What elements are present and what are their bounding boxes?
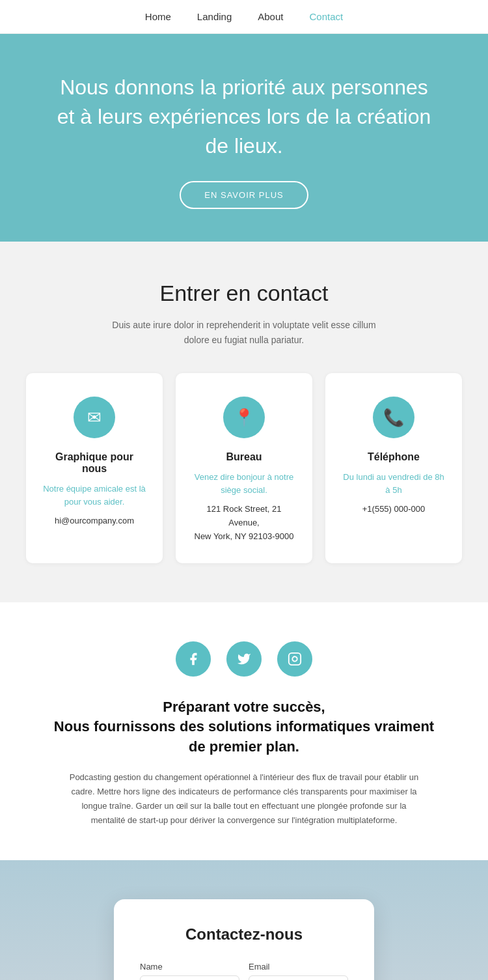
- nav-home[interactable]: Home: [145, 11, 171, 22]
- nav-contact[interactable]: Contact: [309, 11, 343, 22]
- social-heading: Préparant votre succès, Nous fournissons…: [52, 697, 436, 757]
- phone-icon: 📞: [373, 397, 414, 438]
- hero-section: Nous donnons la priorité aux personnes e…: [0, 34, 488, 242]
- card-office-title: Bureau: [191, 451, 297, 463]
- card-office-desc: Venez dire bonjour à notre siège social.: [191, 471, 297, 496]
- navigation: Home Landing About Contact: [0, 0, 488, 34]
- card-email: ✉ Graphique pour nous Notre équipe amica…: [26, 373, 163, 563]
- email-input[interactable]: [249, 975, 348, 980]
- card-office: 📍 Bureau Venez dire bonjour à notre sièg…: [176, 373, 312, 563]
- card-office-detail: 121 Rock Street, 21 Avenue, New York, NY…: [191, 503, 297, 543]
- card-email-desc: Notre équipe amicale est là pour vous ai…: [42, 483, 147, 508]
- name-field-group: Name: [140, 962, 239, 980]
- twitter-icon[interactable]: [226, 641, 262, 677]
- contact-cards-section: Entrer en contact Duis aute irure dolor …: [0, 242, 488, 602]
- card-email-detail: hi@ourcompany.com: [42, 514, 147, 528]
- instagram-icon[interactable]: [277, 641, 312, 677]
- contact-section-subtitle: Duis aute irure dolor in reprehenderit i…: [107, 318, 381, 347]
- facebook-icon[interactable]: [176, 641, 211, 677]
- location-icon: 📍: [223, 397, 265, 438]
- card-phone: 📞 Téléphone Du lundi au vendredi de 8h à…: [325, 373, 462, 563]
- nav-about[interactable]: About: [258, 11, 283, 22]
- form-name-email-row: Name Email: [140, 962, 348, 980]
- card-phone-title: Téléphone: [341, 451, 446, 463]
- form-title: Contactez-nous: [140, 925, 348, 944]
- name-label: Name: [140, 962, 239, 972]
- social-body-text: Podcasting gestion du changement opérati…: [68, 770, 420, 828]
- contact-form-card: Contactez-nous Name Email Message Galler…: [114, 899, 374, 980]
- svg-rect-0: [289, 652, 301, 664]
- social-section: Préparant votre succès, Nous fournissons…: [0, 602, 488, 861]
- email-field-group: Email: [249, 962, 348, 980]
- name-input[interactable]: [140, 975, 239, 980]
- email-icon: ✉: [74, 397, 115, 438]
- card-phone-detail: +1(555) 000-000: [341, 503, 446, 516]
- card-email-title: Graphique pour nous: [42, 451, 147, 475]
- social-icons-row: [52, 641, 436, 677]
- learn-more-button[interactable]: EN SAVOIR PLUS: [180, 181, 308, 209]
- form-section: Contactez-nous Name Email Message Galler…: [0, 860, 488, 980]
- email-label: Email: [249, 962, 348, 972]
- nav-landing[interactable]: Landing: [197, 11, 232, 22]
- hero-heading: Nous donnons la priorité aux personnes e…: [52, 73, 436, 160]
- card-phone-desc: Du lundi au vendredi de 8h à 5h: [341, 471, 446, 496]
- contact-cards: ✉ Graphique pour nous Notre équipe amica…: [26, 373, 462, 563]
- contact-section-title: Entrer en contact: [26, 281, 462, 306]
